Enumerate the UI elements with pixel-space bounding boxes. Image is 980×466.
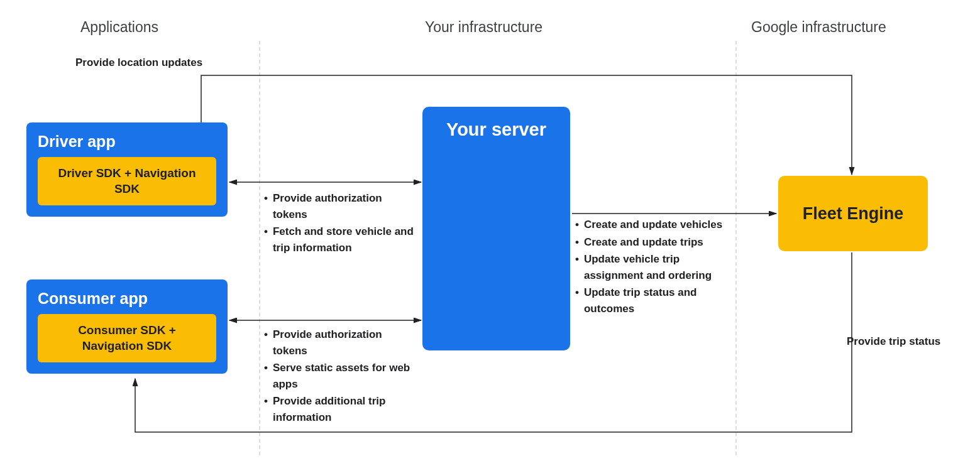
- bullet-text: Fetch and store vehicle and trip informa…: [273, 224, 415, 256]
- your-server-label: Your server: [446, 119, 546, 139]
- bullets-consumer-server: •Provide authorization tokens •Serve sta…: [264, 327, 415, 426]
- driver-app-title: Driver app: [38, 133, 216, 151]
- bullet-text: Update trip status and outcomes: [584, 284, 739, 317]
- annotation-location-updates: Provide location updates: [75, 57, 202, 69]
- annotation-trip-status: Provide trip status: [847, 335, 940, 348]
- consumer-sdk-box: Consumer SDK + Navigation SDK: [38, 314, 216, 362]
- bullet-text: Create and update vehicles: [584, 217, 722, 233]
- bullets-server-fleet: •Create and update vehicles •Create and …: [575, 217, 739, 318]
- consumer-app-title: Consumer app: [38, 290, 216, 308]
- section-header-google-infra: Google infrastructure: [751, 19, 886, 36]
- your-server-box: Your server: [422, 107, 570, 350]
- section-header-applications: Applications: [80, 19, 158, 36]
- fleet-engine-label: Fleet Engine: [803, 204, 904, 224]
- bullet-text: Provide authorization tokens: [273, 327, 415, 359]
- bullet-text: Provide authorization tokens: [273, 190, 415, 222]
- bullets-driver-server: •Provide authorization tokens •Fetch and…: [264, 190, 415, 257]
- bullet-text: Provide additional trip information: [273, 393, 415, 425]
- divider-1: [259, 41, 260, 455]
- driver-sdk-box: Driver SDK + Navigation SDK: [38, 157, 216, 205]
- section-header-your-infra: Your infrastructure: [425, 19, 542, 36]
- fleet-engine-box: Fleet Engine: [778, 176, 928, 251]
- bullet-text: Update vehicle trip assignment and order…: [584, 251, 739, 283]
- bullet-text: Create and update trips: [584, 234, 703, 251]
- driver-app-box: Driver app Driver SDK + Navigation SDK: [26, 122, 228, 217]
- consumer-app-box: Consumer app Consumer SDK + Navigation S…: [26, 279, 228, 374]
- bullet-text: Serve static assets for web apps: [273, 360, 415, 392]
